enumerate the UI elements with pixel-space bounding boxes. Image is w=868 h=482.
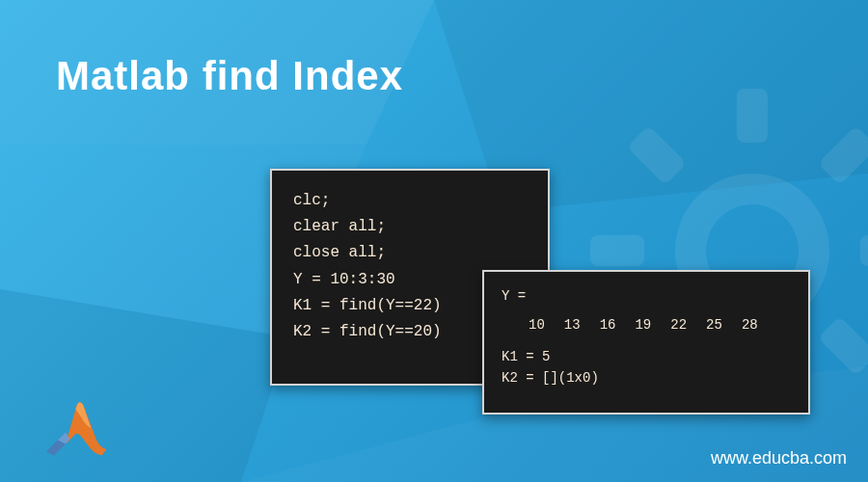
svg-rect-7	[818, 316, 868, 376]
output-result: K2 = [](1x0)	[502, 367, 791, 388]
page-title: Matlab find Index	[56, 53, 403, 99]
svg-rect-0	[737, 89, 768, 143]
code-output-box: Y = 10 13 16 19 22 25 28 K1 = 5 K2 = [](…	[482, 270, 810, 415]
array-value: 13	[564, 314, 581, 335]
code-line: clc;	[293, 188, 527, 214]
svg-rect-2	[590, 235, 644, 266]
array-value: 28	[742, 314, 758, 335]
code-line: close all;	[293, 240, 527, 266]
array-value: 10	[529, 314, 545, 335]
output-result: K1 = 5	[502, 346, 791, 367]
svg-rect-6	[627, 125, 687, 185]
svg-rect-3	[860, 235, 868, 266]
array-value: 16	[600, 314, 616, 335]
output-array-row: 10 13 16 19 22 25 28	[502, 314, 791, 335]
output-var-label: Y =	[502, 285, 791, 307]
array-value: 25	[706, 314, 722, 335]
code-line: clear all;	[293, 214, 527, 240]
array-value: 22	[670, 314, 687, 335]
array-value: 19	[635, 314, 651, 335]
website-url: www.educba.com	[711, 448, 847, 469]
matlab-logo-icon	[39, 392, 116, 465]
svg-rect-4	[818, 125, 868, 185]
